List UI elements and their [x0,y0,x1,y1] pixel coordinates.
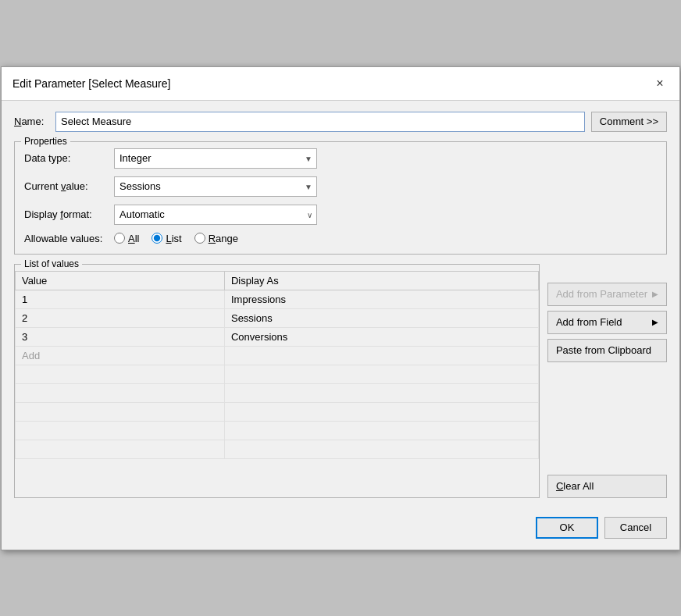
name-label: Name: [14,116,49,127]
table-cell-display: Sessions [224,308,538,327]
list-table: Value Display As 1 Impressions 2 S [15,271,539,459]
properties-label: Properties [21,136,70,147]
add-placeholder: Add [16,346,225,365]
empty-row [16,365,539,383]
list-section: List of values Value Display As 1 [14,264,667,498]
allowable-values-label: Allowable values: [24,233,114,244]
empty-row [16,402,539,421]
clear-all-button[interactable]: Clear All [547,475,667,498]
cancel-button[interactable]: Cancel [604,517,667,539]
ok-button[interactable]: OK [536,517,598,539]
radio-range-input[interactable] [194,233,205,244]
empty-row [16,440,539,458]
title-bar: Edit Parameter [Select Measure] × [2,67,679,101]
list-of-values-box: List of values Value Display As 1 [14,264,540,498]
dialog-body: Name: Comment >> Properties Data type: I… [2,101,679,509]
allowable-values-radio-group: All List Range [114,233,238,244]
data-type-row: Data type: Integer Float String Boolean … [24,148,657,169]
display-format-label: Display format: [24,208,114,220]
table-cell-value: 3 [16,327,225,346]
table-cell-value: 1 [16,290,225,308]
radio-all-input[interactable] [114,233,125,244]
radio-all[interactable]: All [114,233,139,244]
table-header-row: Value Display As [16,271,539,290]
edit-parameter-dialog: Edit Parameter [Select Measure] × Name: … [1,66,680,550]
display-format-select[interactable]: Automatic Number Currency Percentage [114,205,317,225]
name-row: Name: Comment >> [14,112,667,132]
current-value-select[interactable]: Impressions Sessions Conversions [114,176,317,197]
radio-list[interactable]: List [152,233,181,244]
table-row[interactable]: 2 Sessions [16,308,539,327]
data-type-select[interactable]: Integer Float String Boolean Date [114,148,317,169]
data-type-label: Data type: [24,152,114,164]
col-header-value: Value [16,271,225,290]
radio-range-label: Range [209,233,238,244]
radio-list-label: List [166,233,181,244]
data-type-wrapper: Integer Float String Boolean Date ▼ [114,148,317,169]
table-cell-display: Conversions [224,327,538,346]
current-value-row: Current value: Impressions Sessions Conv… [24,176,657,197]
empty-row [16,383,539,402]
col-header-display: Display As [224,271,538,290]
close-button[interactable]: × [651,75,669,92]
side-buttons: Add from Parameter ▶ Add from Field ▶ Pa… [547,264,667,498]
add-placeholder-display [224,346,538,365]
radio-all-label: All [128,233,139,244]
paste-from-clipboard-label: Paste from Clipboard [556,344,651,356]
radio-range[interactable]: Range [194,233,238,244]
list-table-container[interactable]: Value Display As 1 Impressions 2 S [15,271,539,497]
add-from-parameter-label: Add from Parameter [556,288,647,300]
add-from-field-button[interactable]: Add from Field ▶ [547,311,667,334]
allowable-values-row: Allowable values: All List Range [24,233,657,244]
add-from-field-label: Add from Field [556,316,622,328]
radio-list-input[interactable] [152,233,162,244]
list-of-values-label: List of values [21,258,82,269]
add-row[interactable]: Add [16,346,539,365]
current-value-wrapper: Impressions Sessions Conversions ▼ [114,176,317,197]
current-value-label: Current value: [24,180,114,192]
table-row[interactable]: 3 Conversions [16,327,539,346]
properties-group: Properties Data type: Integer Float Stri… [14,141,667,255]
display-format-wrapper: Automatic Number Currency Percentage ∨ [114,205,317,225]
clear-all-label: Clear All [556,480,594,492]
name-input[interactable] [55,112,585,132]
footer: OK Cancel [2,509,679,550]
dialog-title: Edit Parameter [Select Measure] [12,77,170,90]
comment-button[interactable]: Comment >> [591,112,667,132]
table-cell-value: 2 [16,308,225,327]
table-row[interactable]: 1 Impressions [16,290,539,308]
add-from-field-arrow-icon: ▶ [652,318,658,326]
add-from-parameter-arrow-icon: ▶ [652,290,658,298]
button-spacer [547,367,667,470]
paste-from-clipboard-button[interactable]: Paste from Clipboard [547,339,667,362]
display-format-row: Display format: Automatic Number Currenc… [24,205,657,225]
empty-row [16,421,539,440]
add-from-parameter-button[interactable]: Add from Parameter ▶ [547,283,667,306]
table-cell-display: Impressions [224,290,538,308]
